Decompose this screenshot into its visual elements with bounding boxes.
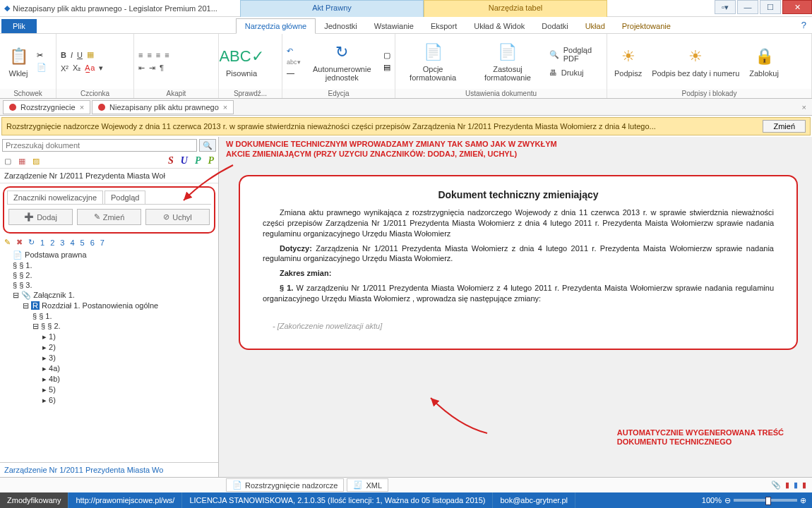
tree-view[interactable]: 📄 Podstawa prawna § § 1. § § 2. § § 3. ⊟… bbox=[0, 248, 218, 462]
tab-dodatki[interactable]: Dodatki bbox=[533, 19, 576, 33]
close-button[interactable]: ✕ bbox=[782, 0, 812, 14]
align-right-icon[interactable]: ≡ bbox=[156, 51, 160, 59]
doctab-niezapisany[interactable]: Niezapisany plik aktu prawnego× bbox=[92, 100, 234, 114]
print-button[interactable]: 🖶Drukuj bbox=[549, 68, 602, 77]
doc-placeholder: - [Zakończenie nowelizacji aktu] bbox=[263, 321, 774, 332]
edit-icon-1[interactable]: ▢ bbox=[383, 51, 390, 60]
subscript-button[interactable]: X₂ bbox=[73, 64, 80, 73]
bottom-link[interactable]: Zarządzenie Nr 1/2011 Prezydenta Miasta … bbox=[0, 462, 218, 477]
bottab-rozstrzygniecie[interactable]: 📄 Rozstrzygnięcie nadzorcze bbox=[226, 478, 344, 492]
view-icon-1[interactable]: ▢ bbox=[4, 157, 11, 166]
marker-uchyl-button[interactable]: ⊘ Uchyl bbox=[145, 209, 210, 225]
editor-pane: W DOKUMENCIE TECHNICZNYM WPROWADZAMY ZMI… bbox=[219, 137, 812, 477]
spellcheck-button[interactable]: ABC✓Pisownia bbox=[223, 45, 260, 78]
italic-button[interactable]: I bbox=[71, 51, 73, 59]
group-ustawienia: Ustawienia dokumentu bbox=[395, 89, 607, 98]
style-p2-icon[interactable]: P bbox=[208, 155, 214, 167]
style-p-icon[interactable]: P bbox=[195, 155, 201, 167]
copy-icon[interactable]: 📄 bbox=[37, 63, 47, 72]
tab-jednostki[interactable]: Jednostki bbox=[316, 19, 365, 33]
search-button[interactable]: 🔍 bbox=[199, 139, 216, 152]
group-akapit: Akapit bbox=[134, 89, 218, 98]
mini-icon[interactable]: ▮ bbox=[794, 480, 798, 490]
document-page[interactable]: Dokument techniczny zmieniający Zmiana a… bbox=[239, 175, 798, 350]
ribbon-collapse-icon[interactable]: ▫▾ bbox=[715, 0, 736, 14]
group-sprawdz: Sprawdź... bbox=[219, 89, 282, 98]
minimize-button[interactable]: — bbox=[737, 0, 758, 14]
tab-eksport[interactable]: Eksport bbox=[422, 19, 465, 33]
help-icon[interactable]: ? bbox=[801, 20, 806, 30]
group-edycja: Edycja bbox=[282, 89, 395, 98]
ribbon-tabs: Plik Narzędzia główne Jednostki Wstawian… bbox=[0, 17, 812, 34]
search-input[interactable] bbox=[2, 139, 197, 152]
tree-item: § § 1. bbox=[3, 260, 215, 270]
format-options-button[interactable]: 📄Opcje formatowania bbox=[400, 41, 466, 82]
status-url: http://prawomiejscowe.pl/ws/ bbox=[68, 492, 182, 508]
context-tab-akt[interactable]: Akt Prawny bbox=[240, 0, 424, 17]
underline-button[interactable]: U bbox=[77, 51, 83, 59]
apply-format-button[interactable]: 📄Zastosuj formatowanie bbox=[470, 41, 545, 82]
group-schowek: Schowek bbox=[0, 89, 56, 98]
group-podpisy: Podpisy i blokady bbox=[607, 89, 811, 98]
fontcolor-button[interactable]: A̲a bbox=[85, 64, 95, 73]
style-u-icon[interactable]: U bbox=[181, 155, 188, 167]
style-s-icon[interactable]: S bbox=[168, 155, 174, 167]
cut-icon[interactable]: ✂ bbox=[37, 51, 47, 60]
highlight-icon[interactable]: ▦ bbox=[87, 50, 94, 59]
maximize-button[interactable]: ☐ bbox=[760, 0, 781, 14]
close-icon[interactable]: × bbox=[80, 103, 84, 111]
tree-item: § § 3. bbox=[3, 280, 215, 290]
tab-plik[interactable]: Plik bbox=[1, 19, 37, 33]
tree-item: ▸ 6) bbox=[3, 395, 215, 406]
context-tab-tabele[interactable]: Narzędzia tabel bbox=[424, 0, 607, 17]
tab-narzedzia-glowne[interactable]: Narzędzia główne bbox=[236, 18, 316, 34]
group-czcionka: Czcionka bbox=[56, 89, 133, 98]
markers-tab-znaczniki[interactable]: Znaczniki nowelizacyjne bbox=[7, 190, 103, 204]
pilcrow-icon[interactable]: ¶ bbox=[160, 64, 164, 72]
edit-icon-2[interactable]: ▤ bbox=[383, 63, 390, 72]
sign-nodate-button[interactable]: ☀Podpis bez daty i numeru bbox=[649, 45, 742, 78]
tab-projektowanie[interactable]: Projektowanie bbox=[614, 19, 679, 33]
doctab-rozstrzygniecie[interactable]: Rozstrzygniecie× bbox=[3, 100, 90, 114]
align-left-icon[interactable]: ≡ bbox=[138, 51, 143, 59]
tree-item: ▸ 4a) bbox=[3, 363, 215, 374]
lock-button[interactable]: 🔒Zablokuj bbox=[746, 45, 782, 78]
mini-icon[interactable]: ▮ bbox=[785, 480, 789, 490]
titlebar: ◆ Niezapisany plik aktu prawnego - Legis… bbox=[0, 0, 812, 17]
view-icon-3[interactable]: ▨ bbox=[32, 157, 40, 166]
paste-button[interactable]: 📋Wklej bbox=[4, 45, 32, 78]
marker-dodaj-button[interactable]: ➕ Dodaj bbox=[8, 209, 73, 225]
markers-tab-podglad[interactable]: Podgląd bbox=[105, 190, 145, 204]
bold-button[interactable]: B bbox=[61, 51, 66, 59]
tool-icon[interactable]: ✖ bbox=[16, 238, 23, 247]
doc-title: Niezapisany plik aktu prawnego - Legisla… bbox=[13, 4, 217, 13]
undo-icon[interactable]: ↶ bbox=[287, 47, 301, 56]
status-license: LICENCJA STANOWISKOWA, 2.1.0.35 (Ilość l… bbox=[182, 492, 493, 508]
tab-uklad[interactable]: Układ bbox=[577, 19, 614, 33]
marker-zmien-button[interactable]: ✎ Zmień bbox=[77, 209, 141, 225]
doc-title: Dokument techniczny zmieniający bbox=[263, 189, 774, 200]
notice-change-button[interactable]: Zmień bbox=[763, 120, 806, 133]
bottab-xml[interactable]: 🧾 XML bbox=[347, 478, 388, 492]
mini-icon[interactable]: ▮ bbox=[802, 480, 806, 490]
tree-item: § § 1. bbox=[3, 311, 215, 321]
tab-wstawianie[interactable]: Wstawianie bbox=[366, 19, 422, 33]
align-justify-icon[interactable]: ≡ bbox=[165, 51, 169, 59]
pdf-preview-button[interactable]: 🔍Podgląd PDF bbox=[549, 46, 602, 63]
view-icon-2[interactable]: ▦ bbox=[18, 157, 25, 166]
tab-uklad-widok[interactable]: Układ & Widok bbox=[465, 19, 533, 33]
clip-icon[interactable]: 📎 bbox=[771, 480, 781, 490]
indent-icon[interactable]: ⇥ bbox=[149, 64, 155, 73]
doc-p3: Zakres zmian: bbox=[263, 268, 774, 279]
align-center-icon[interactable]: ≡ bbox=[147, 51, 151, 59]
outdent-icon[interactable]: ⇤ bbox=[138, 64, 145, 73]
superscript-button[interactable]: X² bbox=[61, 64, 68, 73]
document-tabs: Rozstrzygniecie× Niezapisany plik aktu p… bbox=[0, 99, 812, 116]
close-all-icon[interactable]: × bbox=[802, 103, 806, 111]
tool-icon[interactable]: ✎ bbox=[4, 238, 11, 247]
autonumber-button[interactable]: ↻Autonumerownie jednostek bbox=[305, 41, 379, 82]
refresh-icon[interactable]: ↻ bbox=[28, 238, 35, 247]
sign-button[interactable]: ☀Podpisz bbox=[611, 45, 645, 78]
close-icon[interactable]: × bbox=[223, 103, 227, 111]
zoom-control[interactable]: 100%⊖⊕ bbox=[696, 496, 812, 505]
